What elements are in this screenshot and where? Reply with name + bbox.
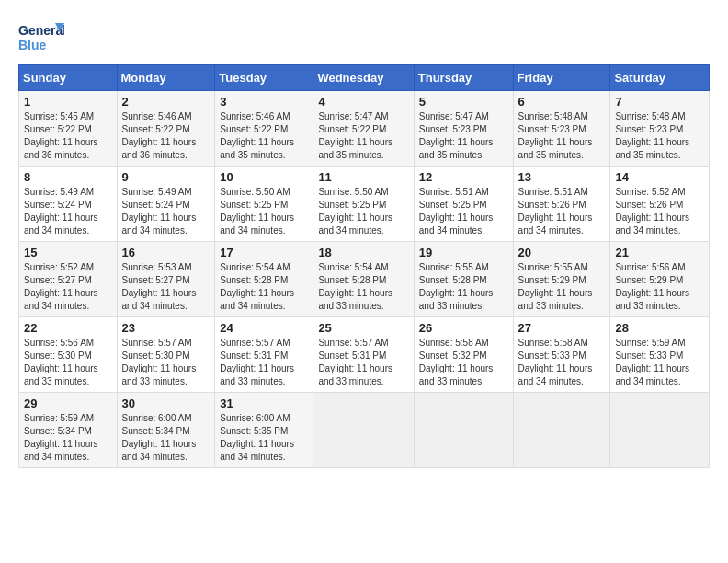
day-info: Sunrise: 6:00 AMSunset: 5:35 PMDaylight:… — [220, 412, 308, 464]
day-number: 20 — [518, 246, 606, 259]
day-info: Sunrise: 5:54 AMSunset: 5:28 PMDaylight:… — [220, 261, 308, 313]
header-day-monday: Monday — [117, 65, 215, 91]
day-number: 22 — [24, 321, 112, 335]
calendar-cell: 4 Sunrise: 5:47 AMSunset: 5:22 PMDayligh… — [313, 91, 414, 167]
calendar-cell — [313, 393, 414, 468]
day-info: Sunrise: 5:50 AMSunset: 5:25 PMDaylight:… — [318, 186, 408, 237]
svg-text:Blue: Blue — [18, 38, 47, 52]
week-row-2: 8 Sunrise: 5:49 AMSunset: 5:24 PMDayligh… — [19, 167, 710, 242]
calendar-cell: 16 Sunrise: 5:53 AMSunset: 5:27 PMDaylig… — [117, 242, 215, 317]
week-row-4: 22 Sunrise: 5:56 AMSunset: 5:30 PMDaylig… — [19, 317, 710, 393]
day-number: 5 — [419, 95, 508, 109]
calendar-cell: 18 Sunrise: 5:54 AMSunset: 5:28 PMDaylig… — [313, 242, 414, 317]
day-number: 23 — [122, 321, 210, 335]
day-number: 6 — [518, 95, 606, 109]
calendar-cell: 28 Sunrise: 5:59 AMSunset: 5:33 PMDaylig… — [610, 317, 710, 393]
calendar-cell: 8 Sunrise: 5:49 AMSunset: 5:24 PMDayligh… — [19, 167, 118, 242]
day-info: Sunrise: 5:48 AMSunset: 5:23 PMDaylight:… — [518, 110, 606, 162]
day-info: Sunrise: 5:57 AMSunset: 5:30 PMDaylight:… — [122, 337, 210, 388]
day-number: 30 — [122, 396, 210, 410]
header-row: SundayMondayTuesdayWednesdayThursdayFrid… — [19, 65, 710, 91]
day-info: Sunrise: 5:57 AMSunset: 5:31 PMDaylight:… — [220, 337, 308, 388]
day-number: 26 — [419, 321, 508, 335]
calendar-cell: 7 Sunrise: 5:48 AMSunset: 5:23 PMDayligh… — [610, 91, 710, 167]
day-number: 14 — [615, 170, 704, 184]
calendar-cell: 5 Sunrise: 5:47 AMSunset: 5:23 PMDayligh… — [414, 91, 513, 167]
header-day-thursday: Thursday — [414, 65, 513, 91]
header-day-friday: Friday — [513, 65, 610, 91]
header-day-saturday: Saturday — [610, 65, 710, 91]
calendar-cell: 1 Sunrise: 5:45 AMSunset: 5:22 PMDayligh… — [19, 91, 118, 167]
week-row-5: 29 Sunrise: 5:59 AMSunset: 5:34 PMDaylig… — [19, 393, 710, 468]
day-info: Sunrise: 5:47 AMSunset: 5:23 PMDaylight:… — [419, 110, 508, 162]
calendar-cell: 31 Sunrise: 6:00 AMSunset: 5:35 PMDaylig… — [215, 393, 313, 468]
day-info: Sunrise: 5:52 AMSunset: 5:26 PMDaylight:… — [615, 186, 704, 237]
day-info: Sunrise: 5:56 AMSunset: 5:30 PMDaylight:… — [24, 337, 112, 388]
calendar-cell: 15 Sunrise: 5:52 AMSunset: 5:27 PMDaylig… — [19, 242, 118, 317]
calendar-cell: 21 Sunrise: 5:56 AMSunset: 5:29 PMDaylig… — [610, 242, 710, 317]
day-info: Sunrise: 6:00 AMSunset: 5:34 PMDaylight:… — [122, 412, 210, 464]
calendar-cell: 19 Sunrise: 5:55 AMSunset: 5:28 PMDaylig… — [414, 242, 513, 317]
calendar-cell: 26 Sunrise: 5:58 AMSunset: 5:32 PMDaylig… — [414, 317, 513, 393]
day-info: Sunrise: 5:55 AMSunset: 5:28 PMDaylight:… — [419, 261, 508, 313]
day-info: Sunrise: 5:51 AMSunset: 5:26 PMDaylight:… — [518, 186, 606, 237]
day-number: 27 — [518, 321, 606, 335]
calendar-cell — [610, 393, 710, 468]
day-number: 15 — [24, 246, 112, 259]
calendar-cell — [414, 393, 513, 468]
calendar-cell: 3 Sunrise: 5:46 AMSunset: 5:22 PMDayligh… — [215, 91, 313, 167]
day-number: 10 — [220, 170, 308, 184]
calendar-cell: 29 Sunrise: 5:59 AMSunset: 5:34 PMDaylig… — [19, 393, 118, 468]
day-number: 18 — [318, 246, 408, 259]
day-info: Sunrise: 5:54 AMSunset: 5:28 PMDaylight:… — [318, 261, 408, 313]
day-number: 29 — [24, 396, 112, 410]
day-number: 8 — [24, 170, 112, 184]
day-info: Sunrise: 5:45 AMSunset: 5:22 PMDaylight:… — [24, 110, 112, 162]
calendar-cell: 30 Sunrise: 6:00 AMSunset: 5:34 PMDaylig… — [117, 393, 215, 468]
day-info: Sunrise: 5:58 AMSunset: 5:33 PMDaylight:… — [518, 337, 606, 388]
day-info: Sunrise: 5:52 AMSunset: 5:27 PMDaylight:… — [24, 261, 112, 313]
header-day-wednesday: Wednesday — [313, 65, 414, 91]
day-number: 16 — [122, 246, 210, 259]
day-info: Sunrise: 5:46 AMSunset: 5:22 PMDaylight:… — [220, 110, 308, 162]
day-info: Sunrise: 5:53 AMSunset: 5:27 PMDaylight:… — [122, 261, 210, 313]
day-number: 24 — [220, 321, 308, 335]
day-number: 25 — [318, 321, 408, 335]
day-info: Sunrise: 5:59 AMSunset: 5:33 PMDaylight:… — [615, 337, 704, 388]
header-day-tuesday: Tuesday — [215, 65, 313, 91]
calendar-cell: 22 Sunrise: 5:56 AMSunset: 5:30 PMDaylig… — [19, 317, 118, 393]
calendar-table: SundayMondayTuesdayWednesdayThursdayFrid… — [18, 64, 710, 468]
day-info: Sunrise: 5:49 AMSunset: 5:24 PMDaylight:… — [24, 186, 112, 237]
calendar-cell: 11 Sunrise: 5:50 AMSunset: 5:25 PMDaylig… — [313, 167, 414, 242]
calendar-cell: 10 Sunrise: 5:50 AMSunset: 5:25 PMDaylig… — [215, 167, 313, 242]
day-number: 3 — [220, 95, 308, 109]
calendar-cell: 9 Sunrise: 5:49 AMSunset: 5:24 PMDayligh… — [117, 167, 215, 242]
header-day-sunday: Sunday — [19, 65, 118, 91]
day-info: Sunrise: 5:55 AMSunset: 5:29 PMDaylight:… — [518, 261, 606, 313]
day-number: 12 — [419, 170, 508, 184]
calendar-cell: 23 Sunrise: 5:57 AMSunset: 5:30 PMDaylig… — [117, 317, 215, 393]
day-info: Sunrise: 5:59 AMSunset: 5:34 PMDaylight:… — [24, 412, 112, 464]
calendar-cell: 25 Sunrise: 5:57 AMSunset: 5:31 PMDaylig… — [313, 317, 414, 393]
day-number: 31 — [220, 396, 308, 410]
day-info: Sunrise: 5:58 AMSunset: 5:32 PMDaylight:… — [419, 337, 508, 388]
day-number: 13 — [518, 170, 606, 184]
day-info: Sunrise: 5:50 AMSunset: 5:25 PMDaylight:… — [220, 186, 308, 237]
day-number: 7 — [615, 95, 704, 109]
calendar-cell: 6 Sunrise: 5:48 AMSunset: 5:23 PMDayligh… — [513, 91, 610, 167]
calendar-cell: 13 Sunrise: 5:51 AMSunset: 5:26 PMDaylig… — [513, 167, 610, 242]
week-row-3: 15 Sunrise: 5:52 AMSunset: 5:27 PMDaylig… — [19, 242, 710, 317]
day-number: 9 — [122, 170, 210, 184]
header: General Blue — [18, 18, 710, 55]
calendar-cell: 12 Sunrise: 5:51 AMSunset: 5:25 PMDaylig… — [414, 167, 513, 242]
logo: General Blue — [18, 18, 68, 55]
calendar-cell: 24 Sunrise: 5:57 AMSunset: 5:31 PMDaylig… — [215, 317, 313, 393]
day-info: Sunrise: 5:48 AMSunset: 5:23 PMDaylight:… — [615, 110, 704, 162]
calendar-cell: 20 Sunrise: 5:55 AMSunset: 5:29 PMDaylig… — [513, 242, 610, 317]
day-number: 21 — [615, 246, 704, 259]
day-info: Sunrise: 5:46 AMSunset: 5:22 PMDaylight:… — [122, 110, 210, 162]
day-number: 2 — [122, 95, 210, 109]
day-number: 11 — [318, 170, 408, 184]
calendar-cell — [513, 393, 610, 468]
day-number: 28 — [615, 321, 704, 335]
